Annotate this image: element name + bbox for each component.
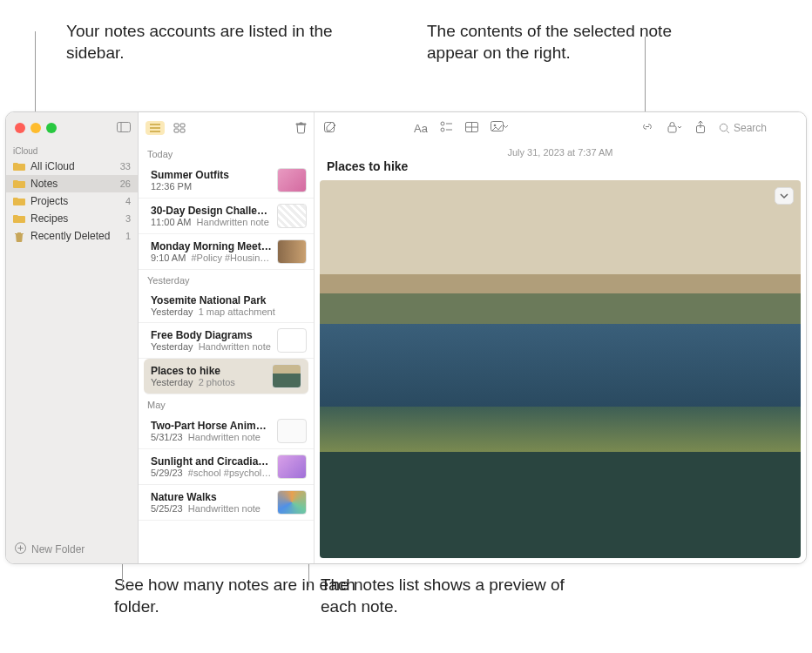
note-time: 11:00 AM	[151, 217, 191, 227]
note-thumbnail	[277, 419, 307, 443]
compose-button[interactable]	[323, 120, 337, 137]
note-detail: Handwritten note	[188, 432, 261, 442]
sidebar-item-all-icloud[interactable]: All iCloud 33	[6, 158, 138, 175]
folder-icon	[13, 179, 25, 189]
image-expand-button[interactable]	[775, 187, 794, 205]
svg-rect-0	[118, 122, 131, 131]
note-item[interactable]: Sunlight and Circadian… 5/29/23 #school …	[139, 449, 314, 485]
sidebar: iCloud All iCloud 33 Notes 26 Projects 4…	[6, 112, 139, 563]
note-editor-title[interactable]: Places to hike	[315, 158, 806, 180]
callout-preview: The notes list shows a preview of each n…	[321, 575, 599, 617]
svg-rect-11	[180, 129, 185, 132]
window-zoom-button[interactable]	[46, 123, 57, 133]
editor: Aa Search July 31, 2023 at 7:37 AM Place…	[315, 112, 806, 563]
notes-app-window: iCloud All iCloud 33 Notes 26 Projects 4…	[5, 111, 807, 564]
lock-button[interactable]	[667, 121, 682, 136]
sidebar-section-label: iCloud	[6, 144, 138, 158]
sidebar-item-projects[interactable]: Projects 4	[6, 192, 138, 210]
note-item[interactable]: Summer Outfits 12:36 PM	[139, 163, 314, 199]
sidebar-item-count: 1	[125, 231, 131, 241]
plus-circle-icon	[15, 542, 26, 556]
sidebar-item-label: Recently Deleted	[30, 230, 110, 242]
note-item[interactable]: 30-Day Design Challen… 11:00 AM Handwrit…	[139, 199, 314, 234]
note-title: Sunlight and Circadian…	[151, 455, 272, 468]
note-detail: Handwritten note	[197, 217, 269, 227]
note-item[interactable]: Nature Walks 5/25/23 Handwritten note	[139, 485, 314, 521]
sidebar-item-notes[interactable]: Notes 26	[6, 175, 138, 192]
note-title: Summer Outfits	[151, 169, 272, 181]
svg-line-26	[727, 131, 729, 133]
note-item[interactable]: Monday Morning Meeting 9:10 AM #Policy #…	[139, 234, 314, 270]
note-time: 5/29/23	[151, 468, 183, 478]
sidebar-item-label: All iCloud	[30, 160, 75, 172]
note-title: Free Body Diagrams	[151, 329, 272, 341]
window-minimize-button[interactable]	[30, 123, 41, 133]
sidebar-item-label: Projects	[30, 195, 68, 207]
note-time: 5/25/23	[151, 503, 183, 514]
note-title: Monday Morning Meeting	[151, 240, 272, 252]
notes-list-scroll[interactable]: Today Summer Outfits 12:36 PM 30-Day Des…	[139, 144, 314, 563]
gallery-view-button[interactable]	[173, 123, 186, 133]
list-toolbar	[139, 112, 314, 144]
link-button[interactable]	[640, 121, 654, 135]
note-detail: #Policy #Housing…	[191, 252, 272, 263]
svg-point-25	[720, 124, 727, 131]
media-button[interactable]	[491, 121, 508, 135]
list-group-header: Yesterday	[139, 270, 314, 289]
note-time: 12:36 PM	[151, 181, 192, 192]
note-time: Yesterday	[151, 341, 193, 352]
note-thumbnail	[272, 364, 301, 388]
editor-toolbar: Aa Search	[315, 112, 806, 144]
note-thumbnail	[277, 328, 307, 353]
note-time: Yesterday	[151, 306, 193, 317]
note-detail: Handwritten note	[199, 341, 271, 352]
sidebar-toggle-icon[interactable]	[117, 122, 131, 135]
delete-note-button[interactable]	[295, 122, 307, 134]
note-title: 30-Day Design Challen…	[151, 205, 272, 217]
note-thumbnail	[277, 454, 307, 479]
note-detail: Handwritten note	[188, 503, 261, 514]
note-detail: #school #psycholo…	[188, 468, 272, 478]
sidebar-item-count: 3	[125, 213, 131, 224]
list-group-header: Today	[139, 144, 314, 163]
titlebar	[6, 112, 138, 144]
new-folder-label: New Folder	[31, 543, 85, 555]
note-detail: 1 map attachment	[199, 306, 275, 317]
note-item-selected[interactable]: Places to hike Yesterday 2 photos	[144, 359, 308, 394]
share-button[interactable]	[694, 120, 707, 137]
callout-sidebar: Your notes accounts are listed in the si…	[66, 21, 345, 64]
note-item[interactable]: Two-Part Horse Anima… 5/31/23 Handwritte…	[139, 414, 314, 449]
sidebar-item-label: Recipes	[30, 212, 68, 225]
note-title: Nature Walks	[151, 491, 272, 503]
note-image[interactable]	[320, 180, 801, 558]
svg-point-13	[441, 122, 444, 125]
sidebar-item-count: 26	[120, 178, 131, 189]
folder-icon	[13, 214, 25, 224]
format-text-button[interactable]: Aa	[414, 122, 428, 135]
note-title: Yosemite National Park	[151, 294, 307, 306]
svg-point-21	[494, 125, 497, 127]
window-close-button[interactable]	[15, 123, 25, 133]
search-icon	[719, 123, 730, 134]
search-field[interactable]: Search	[719, 122, 797, 134]
svg-rect-10	[174, 129, 179, 132]
note-time: 5/31/23	[151, 432, 183, 442]
note-thumbnail	[277, 490, 307, 515]
note-time: 9:10 AM	[151, 252, 186, 263]
sidebar-item-recipes[interactable]: Recipes 3	[6, 210, 138, 227]
note-date: July 31, 2023 at 7:37 AM	[315, 144, 806, 158]
note-title: Places to hike	[151, 365, 267, 377]
folder-icon	[13, 197, 25, 206]
sidebar-item-label: Notes	[30, 178, 58, 190]
svg-rect-22	[668, 126, 676, 132]
folder-icon	[13, 162, 25, 172]
new-folder-button[interactable]: New Folder	[6, 535, 138, 563]
list-view-button[interactable]	[145, 121, 165, 135]
search-placeholder: Search	[734, 122, 767, 134]
sidebar-item-recently-deleted[interactable]: Recently Deleted 1	[6, 227, 138, 245]
checklist-button[interactable]	[440, 121, 453, 135]
note-thumbnail	[277, 168, 307, 192]
note-item[interactable]: Free Body Diagrams Yesterday Handwritten…	[139, 323, 314, 359]
table-button[interactable]	[465, 122, 478, 135]
note-item[interactable]: Yosemite National Park Yesterday 1 map a…	[139, 289, 314, 323]
